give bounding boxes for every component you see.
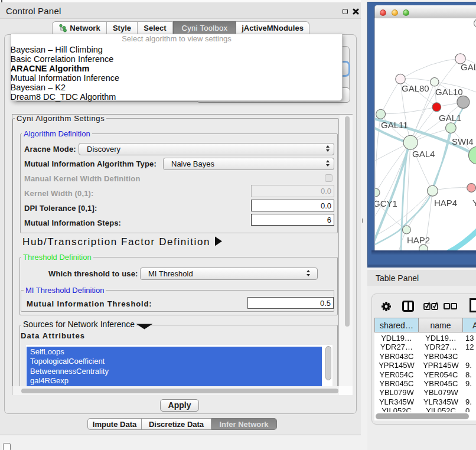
svg-text:GAL7: GAL7	[461, 62, 476, 72]
svg-text:HAP4: HAP4	[434, 198, 457, 208]
svg-text:GAL4: GAL4	[412, 149, 435, 159]
svg-text:HAP2: HAP2	[407, 235, 430, 245]
svg-text:GAL11: GAL11	[381, 120, 408, 130]
svg-text:SWI4: SWI4	[452, 136, 474, 146]
svg-text:GCY1: GCY1	[375, 198, 397, 208]
svg-text:Y: Y	[472, 198, 476, 208]
svg-text:GAL10: GAL10	[435, 87, 463, 97]
svg-text:GAL80: GAL80	[402, 83, 429, 93]
svg-text:GAL1: GAL1	[439, 113, 461, 123]
